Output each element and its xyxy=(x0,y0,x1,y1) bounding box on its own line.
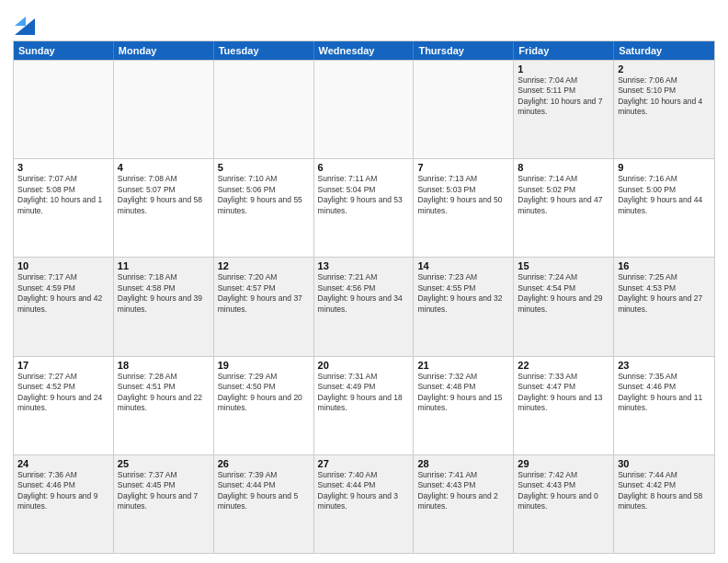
calendar-header: SundayMondayTuesdayWednesdayThursdayFrid… xyxy=(14,41,714,60)
header xyxy=(13,9,715,35)
day-info: Sunrise: 7:14 AM Sunset: 5:02 PM Dayligh… xyxy=(518,174,609,216)
day-number: 10 xyxy=(17,260,109,271)
day-info: Sunrise: 7:08 AM Sunset: 5:07 PM Dayligh… xyxy=(118,174,210,216)
day-info: Sunrise: 7:18 AM Sunset: 4:58 PM Dayligh… xyxy=(118,272,210,315)
day-number: 28 xyxy=(417,458,509,469)
cal-header-cell: Monday xyxy=(114,41,214,60)
cal-row: 17Sunrise: 7:27 AM Sunset: 4:52 PM Dayli… xyxy=(14,356,714,454)
cal-header-cell: Sunday xyxy=(14,41,114,60)
day-info: Sunrise: 7:06 AM Sunset: 5:10 PM Dayligh… xyxy=(618,75,711,118)
cal-cell: 30Sunrise: 7:44 AM Sunset: 4:42 PM Dayli… xyxy=(614,455,714,553)
cal-cell: 9Sunrise: 7:16 AM Sunset: 5:00 PM Daylig… xyxy=(614,159,714,257)
cal-cell: 16Sunrise: 7:25 AM Sunset: 4:53 PM Dayli… xyxy=(614,258,714,355)
day-info: Sunrise: 7:41 AM Sunset: 4:43 PM Dayligh… xyxy=(417,470,509,512)
cal-row: 24Sunrise: 7:36 AM Sunset: 4:46 PM Dayli… xyxy=(14,454,714,553)
day-info: Sunrise: 7:20 AM Sunset: 4:57 PM Dayligh… xyxy=(218,272,310,315)
cal-cell: 6Sunrise: 7:11 AM Sunset: 5:04 PM Daylig… xyxy=(314,159,415,257)
cal-row: 10Sunrise: 7:17 AM Sunset: 4:59 PM Dayli… xyxy=(14,257,714,355)
day-number: 19 xyxy=(218,360,310,371)
day-number: 25 xyxy=(118,458,210,469)
day-number: 18 xyxy=(118,360,210,371)
cal-cell: 27Sunrise: 7:40 AM Sunset: 4:44 PM Dayli… xyxy=(314,455,415,553)
day-number: 12 xyxy=(218,260,310,271)
day-number: 22 xyxy=(518,360,609,371)
day-number: 27 xyxy=(318,458,410,469)
day-info: Sunrise: 7:42 AM Sunset: 4:43 PM Dayligh… xyxy=(518,470,609,512)
cal-cell xyxy=(214,61,314,158)
page: SundayMondayTuesdayWednesdayThursdayFrid… xyxy=(0,0,728,563)
logo xyxy=(13,13,35,35)
day-number: 13 xyxy=(318,260,410,271)
day-info: Sunrise: 7:17 AM Sunset: 4:59 PM Dayligh… xyxy=(17,272,109,315)
day-info: Sunrise: 7:29 AM Sunset: 4:50 PM Dayligh… xyxy=(218,372,310,414)
cal-cell xyxy=(314,61,415,158)
cal-header-cell: Wednesday xyxy=(314,41,415,60)
cal-cell: 28Sunrise: 7:41 AM Sunset: 4:43 PM Dayli… xyxy=(414,455,514,553)
svg-marker-1 xyxy=(15,17,26,26)
cal-cell: 26Sunrise: 7:39 AM Sunset: 4:44 PM Dayli… xyxy=(214,455,314,553)
cal-cell: 7Sunrise: 7:13 AM Sunset: 5:03 PM Daylig… xyxy=(414,159,514,257)
calendar: SundayMondayTuesdayWednesdayThursdayFrid… xyxy=(13,40,715,554)
day-number: 9 xyxy=(618,162,711,173)
day-info: Sunrise: 7:13 AM Sunset: 5:03 PM Dayligh… xyxy=(417,174,509,216)
day-number: 3 xyxy=(17,162,109,173)
day-info: Sunrise: 7:07 AM Sunset: 5:08 PM Dayligh… xyxy=(17,174,109,216)
cal-cell: 10Sunrise: 7:17 AM Sunset: 4:59 PM Dayli… xyxy=(14,258,114,355)
day-info: Sunrise: 7:40 AM Sunset: 4:44 PM Dayligh… xyxy=(318,470,410,512)
cal-cell: 29Sunrise: 7:42 AM Sunset: 4:43 PM Dayli… xyxy=(514,455,614,553)
day-info: Sunrise: 7:21 AM Sunset: 4:56 PM Dayligh… xyxy=(318,272,410,315)
cal-cell: 8Sunrise: 7:14 AM Sunset: 5:02 PM Daylig… xyxy=(514,159,614,257)
day-info: Sunrise: 7:24 AM Sunset: 4:54 PM Dayligh… xyxy=(518,272,609,315)
cal-row: 3Sunrise: 7:07 AM Sunset: 5:08 PM Daylig… xyxy=(14,158,714,257)
day-number: 30 xyxy=(618,458,711,469)
day-info: Sunrise: 7:31 AM Sunset: 4:49 PM Dayligh… xyxy=(318,372,410,414)
cal-cell: 18Sunrise: 7:28 AM Sunset: 4:51 PM Dayli… xyxy=(114,357,214,454)
day-info: Sunrise: 7:35 AM Sunset: 4:46 PM Dayligh… xyxy=(618,372,711,414)
day-number: 11 xyxy=(118,260,210,271)
day-info: Sunrise: 7:10 AM Sunset: 5:06 PM Dayligh… xyxy=(218,174,310,216)
day-info: Sunrise: 7:04 AM Sunset: 5:11 PM Dayligh… xyxy=(518,75,609,118)
calendar-body: 1Sunrise: 7:04 AM Sunset: 5:11 PM Daylig… xyxy=(14,60,714,553)
day-info: Sunrise: 7:16 AM Sunset: 5:00 PM Dayligh… xyxy=(618,174,711,216)
day-number: 4 xyxy=(118,162,210,173)
cal-cell: 11Sunrise: 7:18 AM Sunset: 4:58 PM Dayli… xyxy=(114,258,214,355)
day-number: 20 xyxy=(318,360,410,371)
cal-cell: 24Sunrise: 7:36 AM Sunset: 4:46 PM Dayli… xyxy=(14,455,114,553)
cal-cell: 1Sunrise: 7:04 AM Sunset: 5:11 PM Daylig… xyxy=(514,61,614,158)
cal-row: 1Sunrise: 7:04 AM Sunset: 5:11 PM Daylig… xyxy=(14,60,714,158)
cal-cell: 5Sunrise: 7:10 AM Sunset: 5:06 PM Daylig… xyxy=(214,159,314,257)
day-number: 5 xyxy=(218,162,310,173)
day-info: Sunrise: 7:32 AM Sunset: 4:48 PM Dayligh… xyxy=(417,372,509,414)
cal-cell: 15Sunrise: 7:24 AM Sunset: 4:54 PM Dayli… xyxy=(514,258,614,355)
day-number: 1 xyxy=(518,63,609,75)
cal-cell: 19Sunrise: 7:29 AM Sunset: 4:50 PM Dayli… xyxy=(214,357,314,454)
day-info: Sunrise: 7:11 AM Sunset: 5:04 PM Dayligh… xyxy=(318,174,410,216)
day-number: 24 xyxy=(17,458,109,469)
day-info: Sunrise: 7:28 AM Sunset: 4:51 PM Dayligh… xyxy=(118,372,210,414)
day-info: Sunrise: 7:33 AM Sunset: 4:47 PM Dayligh… xyxy=(518,372,609,414)
day-info: Sunrise: 7:39 AM Sunset: 4:44 PM Dayligh… xyxy=(218,470,310,512)
day-info: Sunrise: 7:27 AM Sunset: 4:52 PM Dayligh… xyxy=(17,372,109,414)
day-number: 14 xyxy=(417,260,509,271)
day-number: 17 xyxy=(17,360,109,371)
cal-cell: 22Sunrise: 7:33 AM Sunset: 4:47 PM Dayli… xyxy=(514,357,614,454)
cal-cell: 4Sunrise: 7:08 AM Sunset: 5:07 PM Daylig… xyxy=(114,159,214,257)
cal-header-cell: Saturday xyxy=(614,41,714,60)
cal-header-cell: Tuesday xyxy=(214,41,314,60)
day-number: 26 xyxy=(218,458,310,469)
cal-cell: 13Sunrise: 7:21 AM Sunset: 4:56 PM Dayli… xyxy=(314,258,415,355)
cal-cell: 25Sunrise: 7:37 AM Sunset: 4:45 PM Dayli… xyxy=(114,455,214,553)
day-info: Sunrise: 7:25 AM Sunset: 4:53 PM Dayligh… xyxy=(618,272,711,315)
day-number: 8 xyxy=(518,162,609,173)
cal-cell: 17Sunrise: 7:27 AM Sunset: 4:52 PM Dayli… xyxy=(14,357,114,454)
day-number: 6 xyxy=(318,162,410,173)
cal-cell xyxy=(114,61,214,158)
day-number: 15 xyxy=(518,260,609,271)
cal-cell: 14Sunrise: 7:23 AM Sunset: 4:55 PM Dayli… xyxy=(414,258,514,355)
day-number: 2 xyxy=(618,63,711,75)
cal-cell xyxy=(14,61,114,158)
cal-cell: 23Sunrise: 7:35 AM Sunset: 4:46 PM Dayli… xyxy=(614,357,714,454)
cal-header-cell: Friday xyxy=(514,41,614,60)
day-number: 21 xyxy=(417,360,509,371)
day-number: 29 xyxy=(518,458,609,469)
